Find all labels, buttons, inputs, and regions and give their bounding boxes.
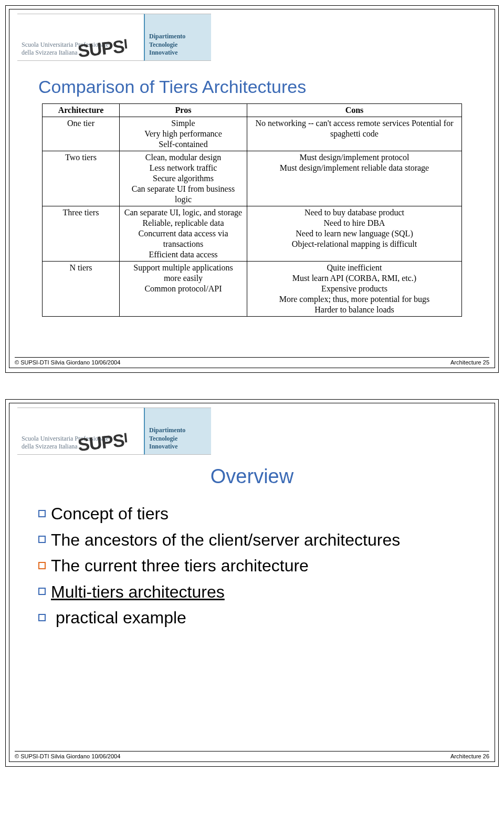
bullet-icon [38, 588, 46, 595]
cell-cons: Must design/implement protocolMust desig… [247, 151, 461, 206]
th-pros: Pros [120, 104, 247, 117]
item-text: practical example [51, 608, 186, 627]
cell-pros: Support multiple applications more easil… [120, 262, 247, 317]
item-text: The current three tiers architecture [51, 556, 309, 575]
slide-footer: © SUPSI-DTI Silvia Giordano 10/06/2004 A… [15, 751, 489, 759]
item-text: Multi-tiers architectures [51, 582, 225, 601]
logo-right-line2: Tecnologie [149, 41, 207, 49]
logo-right-line2: Tecnologie [149, 435, 207, 443]
logo-right-line1: Dipartimento [149, 426, 207, 435]
th-cons: Cons [247, 104, 461, 117]
cell-arch: Two tiers [43, 151, 120, 206]
comparison-table: Architecture Pros Cons One tier SimpleVe… [42, 103, 462, 317]
item-text: The ancestors of the client/server archi… [51, 530, 400, 549]
logo-right-line1: Dipartimento [149, 33, 207, 41]
bullet-icon [38, 614, 46, 621]
slide-inner: Scuola Universitaria Professionale della… [9, 403, 495, 762]
bullet-icon [38, 536, 46, 543]
slide-2: Scuola Universitaria Professionale della… [5, 399, 499, 767]
slide-footer: © SUPSI-DTI Silvia Giordano 10/06/2004 A… [15, 357, 489, 366]
overview-list: Concept of tiers The ancestors of the cl… [9, 501, 495, 631]
table-row: N tiers Support multiple applications mo… [43, 262, 462, 317]
logo-right-line3: Innovative [149, 49, 207, 57]
list-item: practical example [38, 605, 495, 631]
footer-right: Architecture 25 [450, 359, 489, 366]
cell-arch: N tiers [43, 262, 120, 317]
bullet-icon [38, 510, 46, 517]
table-row: Two tiers Clean, modular designLess netw… [43, 151, 462, 206]
list-item: Multi-tiers architectures [38, 579, 495, 606]
bullet-icon [38, 562, 46, 569]
logo-right: Dipartimento Tecnologie Innovative [144, 14, 211, 61]
cell-cons: Need to buy database productNeed to hire… [247, 206, 461, 262]
cell-cons: No networking -- can't access remote ser… [247, 117, 461, 151]
cell-arch: Three tiers [43, 206, 120, 262]
logo-right-line3: Innovative [149, 443, 207, 451]
list-item: Concept of tiers [38, 501, 495, 527]
footer-left: © SUPSI-DTI Silvia Giordano 10/06/2004 [15, 753, 120, 759]
th-architecture: Architecture [43, 104, 120, 117]
footer-right: Architecture 26 [450, 753, 489, 759]
cell-pros: Clean, modular designLess network traffi… [120, 151, 247, 206]
slide-title: Overview [9, 465, 495, 488]
item-text: Concept of tiers [51, 504, 169, 523]
list-item: The current three tiers architecture [38, 553, 495, 579]
cell-arch: One tier [43, 117, 120, 151]
table-row: Three tiers Can separate UI, logic, and … [43, 206, 462, 262]
slide-inner: Scuola Universitaria Professionale della… [9, 9, 495, 368]
footer-left: © SUPSI-DTI Silvia Giordano 10/06/2004 [15, 359, 120, 366]
cell-cons: Quite inefficientMust learn API (CORBA, … [247, 262, 461, 317]
table-row: One tier SimpleVery high performanceSelf… [43, 117, 462, 151]
slide-title: Comparison of Tiers Architectures [38, 77, 495, 97]
list-item: The ancestors of the client/server archi… [38, 527, 495, 554]
slide-1: Scuola Universitaria Professionale della… [5, 5, 499, 373]
cell-pros: SimpleVery high performanceSelf-containe… [120, 117, 247, 151]
logo-right: Dipartimento Tecnologie Innovative [144, 408, 211, 455]
cell-pros: Can separate UI, logic, and storageRelia… [120, 206, 247, 262]
